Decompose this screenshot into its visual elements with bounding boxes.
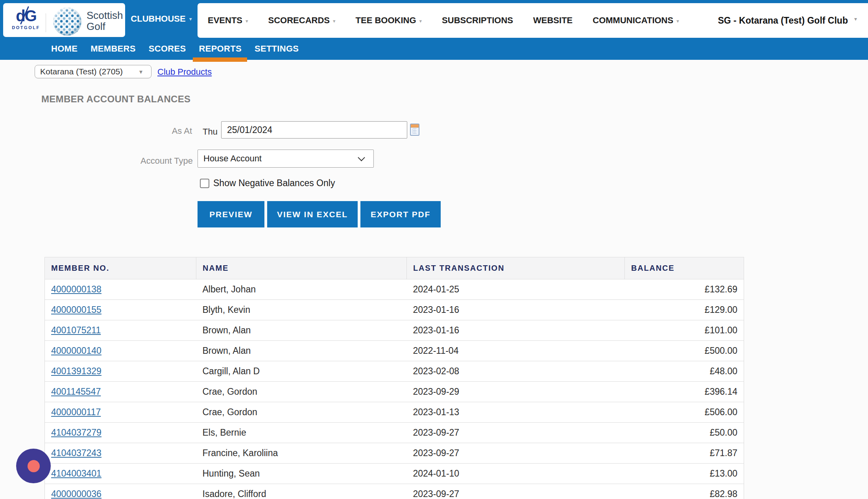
member-name: Hunting, Sean xyxy=(196,464,407,484)
table-header-row: MEMBER NO. NAME LAST TRANSACTION BALANCE xyxy=(45,257,744,279)
balance: £13.00 xyxy=(625,464,744,484)
subnav-item-settings[interactable]: SETTINGS xyxy=(255,38,299,60)
balance: £396.14 xyxy=(625,382,744,402)
member-no-link[interactable]: 4104037243 xyxy=(51,448,102,458)
view-in-excel-button[interactable]: VIEW IN EXCEL xyxy=(267,201,358,227)
balance: £101.00 xyxy=(625,320,744,341)
scottish-golf-globe-icon xyxy=(53,7,81,36)
member-name: Blyth, Kevin xyxy=(196,300,407,320)
member-no-link[interactable]: 4000000117 xyxy=(51,407,101,417)
table-row: 4001145547 Crae, Gordon 2023-09-29 £396.… xyxy=(45,382,744,402)
page-title: MEMBER ACCOUNT BALANCES xyxy=(41,94,190,105)
member-name: Cargill, Alan D xyxy=(196,361,407,382)
logo-card: dG DOTGOLF Scottish Golf xyxy=(3,3,125,37)
export-pdf-button[interactable]: EXPORT PDF xyxy=(360,201,441,227)
last-transaction: 2023-09-27 xyxy=(407,484,625,499)
balances-table: MEMBER NO. NAME LAST TRANSACTION BALANCE… xyxy=(44,257,744,499)
member-no-link[interactable]: 4000000138 xyxy=(51,284,102,294)
last-transaction: 2023-09-29 xyxy=(407,382,625,402)
last-transaction: 2023-01-16 xyxy=(407,300,625,320)
table-row: 4104037279 Els, Bernie 2023-09-27 £50.00 xyxy=(45,423,744,443)
top-nav-card: EVENTS ▾ SCORECARDS ▾ TEE BOOKING ▾ SUBS… xyxy=(198,3,868,38)
last-transaction: 2023-02-08 xyxy=(407,361,625,382)
as-at-label: As At xyxy=(113,126,192,136)
chevron-down-icon: ▾ xyxy=(246,17,248,24)
chevron-down-icon: ▾ xyxy=(676,17,679,24)
account-type-label: Account Type xyxy=(114,156,193,166)
nav-item-tee-booking[interactable]: TEE BOOKING ▾ xyxy=(356,15,422,26)
member-account-balances-page: dG DOTGOLF Scottish Golf CLUBHOUSE ▾ EVE… xyxy=(0,0,868,499)
nav-item-clubhouse[interactable]: CLUBHOUSE ▾ xyxy=(125,0,198,38)
chevron-down-icon: ▾ xyxy=(333,17,336,24)
negative-balances-checkbox[interactable] xyxy=(200,179,209,188)
table-row: 4000000117 Crae, Gordon 2023-01-13 £506.… xyxy=(45,402,744,423)
balance: £50.00 xyxy=(625,423,744,443)
day-abbrev: Thu xyxy=(203,127,218,137)
nav-item-scorecards[interactable]: SCORECARDS ▾ xyxy=(268,15,336,26)
member-name: Els, Bernie xyxy=(196,423,407,443)
balance: £506.00 xyxy=(625,402,744,423)
club-selector-value: Kotarana (Test) (2705) xyxy=(35,67,139,76)
table-row: 4001391329 Cargill, Alan D 2023-02-08 £4… xyxy=(45,361,744,382)
col-header-last-transaction[interactable]: LAST TRANSACTION xyxy=(407,257,625,279)
clubhouse-subnav: HOME MEMBERS SCORES REPORTS SETTINGS xyxy=(0,38,868,60)
table-row: 4000000138 Albert, Johan 2024-01-25 £132… xyxy=(45,279,744,300)
member-no-link[interactable]: 4104003401 xyxy=(51,468,102,479)
as-at-date-input[interactable] xyxy=(221,121,407,139)
last-transaction: 2024-01-25 xyxy=(407,279,625,300)
member-name: Crae, Gordon xyxy=(196,402,407,423)
member-name: Brown, Alan xyxy=(196,320,407,341)
col-header-name[interactable]: NAME xyxy=(196,257,407,279)
member-name: Albert, Johan xyxy=(196,279,407,300)
balance: £82.98 xyxy=(625,484,744,499)
dotgolf-wordmark: DOTGOLF xyxy=(12,25,40,30)
negative-balances-label: Show Negative Balances Only xyxy=(213,178,335,189)
member-no-link[interactable]: 4000000140 xyxy=(51,346,102,356)
table-row: 4000000036 Isadore, Clifford 2023-09-27 … xyxy=(45,484,744,499)
table-row: 4000000140 Brown, Alan 2022-11-04 £500.0… xyxy=(45,341,744,361)
account-switcher[interactable]: SG - Kotarana (Test) Golf Club ▾ xyxy=(718,3,857,38)
logo-divider xyxy=(46,13,46,32)
negative-balances-row: Show Negative Balances Only xyxy=(200,178,335,189)
last-transaction: 2023-01-16 xyxy=(407,320,625,341)
member-no-link[interactable]: 4000000155 xyxy=(51,305,102,315)
nav-item-events[interactable]: EVENTS ▾ xyxy=(208,15,248,26)
subnav-item-home[interactable]: HOME xyxy=(51,38,78,60)
member-name: Crae, Gordon xyxy=(196,382,407,402)
col-header-balance[interactable]: BALANCE xyxy=(625,257,744,279)
balance: £500.00 xyxy=(625,341,744,361)
member-name: Francine, Karoliina xyxy=(196,443,407,464)
last-transaction: 2023-09-27 xyxy=(407,443,625,464)
nav-item-website[interactable]: WEBSITE xyxy=(533,15,573,26)
member-name: Brown, Alan xyxy=(196,341,407,361)
balance: £71.87 xyxy=(625,443,744,464)
member-name: Isadore, Clifford xyxy=(196,484,407,499)
col-header-member-no[interactable]: MEMBER NO. xyxy=(45,257,196,279)
member-no-link[interactable]: 4001075211 xyxy=(51,325,101,335)
subnav-item-scores[interactable]: SCORES xyxy=(149,38,186,60)
member-no-link[interactable]: 4001145547 xyxy=(51,386,101,397)
club-selector-dropdown[interactable]: Kotarana (Test) (2705) ▾ xyxy=(35,65,151,78)
preview-button[interactable]: PREVIEW xyxy=(198,201,264,227)
subnav-item-reports[interactable]: REPORTS xyxy=(199,38,241,60)
chevron-down-icon: ▾ xyxy=(854,16,857,22)
chevron-down-icon xyxy=(358,154,365,161)
subnav-item-members[interactable]: MEMBERS xyxy=(90,38,136,60)
table-row: 4000000155 Blyth, Kevin 2023-01-16 £129.… xyxy=(45,300,744,320)
nav-item-subscriptions[interactable]: SUBSCRIPTIONS xyxy=(442,15,513,26)
account-type-value: House Account xyxy=(198,153,359,164)
feedback-widget-button[interactable] xyxy=(16,449,51,483)
club-products-link[interactable]: Club Products xyxy=(157,67,212,77)
account-type-select[interactable]: House Account xyxy=(198,150,374,168)
member-no-link[interactable]: 4001391329 xyxy=(51,366,102,376)
member-no-link[interactable]: 4000000036 xyxy=(51,489,102,499)
scottish-golf-wordmark: Scottish Golf xyxy=(87,10,123,32)
last-transaction: 2022-11-04 xyxy=(407,341,625,361)
nav-item-communications[interactable]: COMMUNICATIONS ▾ xyxy=(593,15,679,26)
chevron-down-icon: ▾ xyxy=(419,17,422,24)
balance: £129.00 xyxy=(625,300,744,320)
top-nav: EVENTS ▾ SCORECARDS ▾ TEE BOOKING ▾ SUBS… xyxy=(198,15,679,26)
member-no-link[interactable]: 4104037279 xyxy=(51,427,102,438)
calendar-icon[interactable] xyxy=(410,124,419,136)
table-row: 4104037243 Francine, Karoliina 2023-09-2… xyxy=(45,443,744,464)
